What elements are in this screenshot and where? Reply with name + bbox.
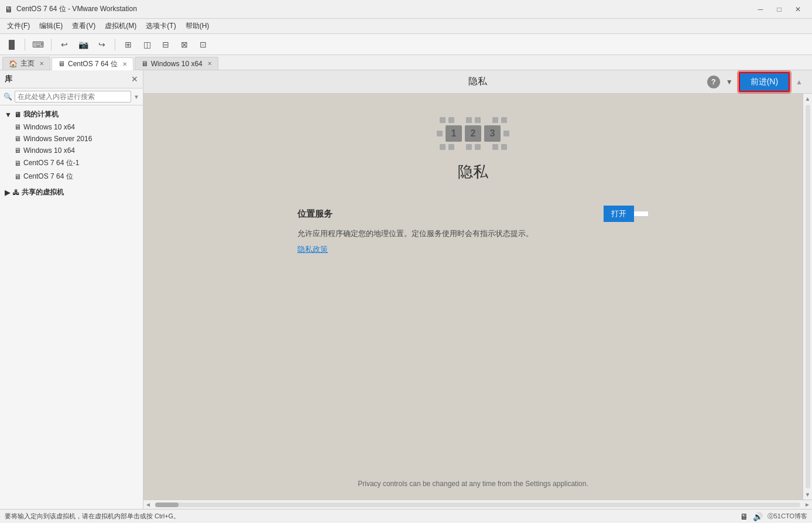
toolbar-send-ctrl-alt-del[interactable]: ⌨ (30, 37, 46, 52)
toolbar-unity[interactable]: ◫ (139, 37, 155, 52)
centos-tab-close[interactable]: ✕ (122, 61, 127, 67)
windows-tab-close[interactable]: ✕ (207, 60, 212, 67)
expand-icon: ▼ (5, 111, 12, 119)
minimize-button[interactable]: ─ (751, 4, 770, 15)
h-scroll-left-arrow[interactable]: ◄ (143, 501, 153, 508)
content-area: 隐私 ? ▼ 前进(N) ▲ (143, 70, 812, 509)
vm-scroll-up-icon[interactable]: ▲ (796, 78, 803, 86)
sidebar-item-label-1: Windows 10 x64 (23, 123, 75, 131)
window-title: CentOS 7 64 位 - VMware Workstation (16, 4, 751, 14)
sidebar-my-computer-header[interactable]: ▼ 🖥 我的计算机 (0, 108, 143, 121)
menu-item-edit[interactable]: 编辑(E) (35, 19, 67, 33)
toolbar-restore[interactable]: ↪ (94, 37, 110, 52)
spacer (484, 144, 489, 150)
tab-home[interactable]: 🏠 主页 ✕ (2, 57, 50, 70)
menu-item-file[interactable]: 文件(F) (2, 19, 35, 33)
scroll-down-arrow[interactable]: ▼ (805, 490, 811, 500)
dot (437, 131, 443, 136)
search-dropdown-icon[interactable]: ▼ (133, 94, 139, 100)
sidebar-item-windows10-2[interactable]: 🖥 Windows 10 x64 (0, 145, 143, 156)
home-tab-close[interactable]: ✕ (39, 60, 44, 67)
spacer (484, 117, 489, 123)
menu-item-view[interactable]: 查看(V) (67, 19, 100, 33)
sidebar-close-icon[interactable]: ✕ (131, 74, 138, 84)
sidebar-item-label-3: Windows 10 x64 (23, 146, 75, 155)
toolbar-revert[interactable]: ↩ (56, 37, 73, 52)
dot (475, 117, 481, 123)
toolbar-view1[interactable]: ⊟ (157, 37, 174, 52)
spacer (457, 117, 463, 123)
privacy-num-1: 1 (446, 125, 462, 142)
privacy-policy-link[interactable]: 隐私政策 (297, 245, 328, 254)
dot (475, 144, 481, 150)
statusbar-message: 要将输入定向到该虚拟机，请在虚拟机内部单击或按 Ctrl+G。 (5, 512, 180, 521)
sidebar-item-centos-2[interactable]: 🖥 CentOS 7 64 位 (0, 170, 143, 183)
tab-windows10[interactable]: 🖥 Windows 10 x64 ✕ (135, 57, 218, 70)
menu-item-tabs[interactable]: 选项卡(T) (141, 19, 180, 33)
location-toggle-on[interactable]: 打开 (604, 206, 634, 222)
sidebar-item-windows10-1[interactable]: 🖥 Windows 10 x64 (0, 121, 143, 133)
statusbar-network-icon: 🖥 (740, 512, 748, 521)
close-button[interactable]: ✕ (789, 4, 807, 15)
shared-vm-label: 共享的虚拟机 (22, 187, 64, 197)
menu-item-vm[interactable]: 虚拟机(M) (100, 19, 141, 33)
my-computer-label: 我的计算机 (23, 110, 59, 119)
privacy-num-3: 3 (484, 125, 501, 142)
window-controls: ─ □ ✕ (751, 4, 807, 15)
sidebar-header: 库 ✕ (0, 70, 143, 88)
location-description: 允许应用程序确定您的地理位置。定位服务使用时会有指示状态提示。 (297, 228, 649, 240)
sidebar-title: 库 (5, 74, 12, 84)
sidebar-shared-vm-header[interactable]: ▶ 🖧 共享的虚拟机 (0, 186, 143, 199)
scroll-up-arrow[interactable]: ▲ (805, 94, 811, 104)
vm-header: 隐私 ? ▼ 前进(N) ▲ (143, 70, 812, 94)
tab-centos[interactable]: 🖥 CentOS 7 64 位 ✕ (52, 57, 133, 70)
home-tab-label: 主页 (20, 59, 35, 69)
windows-tab-label: Windows 10 x64 (151, 60, 203, 68)
sidebar-item-winserver2016[interactable]: 🖥 Windows Server 2016 (0, 133, 143, 145)
dot (501, 117, 507, 123)
horizontal-scrollbar[interactable]: ◄ ► (143, 500, 812, 509)
privacy-icon-row3 (440, 144, 507, 150)
location-toggle: 打开 (604, 206, 649, 222)
app-icon: 🖥 (5, 5, 13, 14)
sidebar-tree: ▼ 🖥 我的计算机 🖥 Windows 10 x64 🖥 Windows Ser… (0, 105, 143, 509)
vm-help-button[interactable]: ? (707, 76, 720, 88)
next-button[interactable]: 前进(N) (739, 72, 790, 92)
sidebar-item-centos-1[interactable]: 🖥 CentOS 7 64 位-1 (0, 156, 143, 170)
sidebar-item-label-5: CentOS 7 64 位 (23, 172, 73, 182)
toolbar-power-button[interactable]: ▐▌ (4, 37, 20, 52)
location-toggle-off[interactable] (634, 211, 649, 217)
statusbar-blog-text: ⓪51CTO博客 (768, 512, 807, 521)
vm-dropdown-arrow-icon[interactable]: ▼ (726, 78, 733, 86)
dot (492, 117, 498, 123)
search-input[interactable] (15, 91, 131, 102)
search-icon: 🔍 (4, 93, 12, 101)
location-section: 位置服务 打开 允许应用程序确定您的地理位置。定位服务使用时会有指示状态提示。 … (297, 206, 649, 255)
toolbar-fit-screen[interactable]: ⊞ (120, 37, 136, 52)
vm-icon-1: 🖥 (14, 123, 21, 131)
toolbar-view2[interactable]: ⊠ (176, 37, 193, 52)
privacy-heading: 隐私 (458, 162, 488, 182)
maximize-button[interactable]: □ (770, 4, 789, 15)
vm-icon-3: 🖥 (14, 146, 21, 155)
toolbar-snapshot[interactable]: 📷 (75, 37, 91, 52)
dot (440, 144, 446, 150)
toolbar-separator-2 (51, 39, 52, 50)
sidebar: 库 ✕ 🔍 ▼ ▼ 🖥 我的计算机 🖥 Windows 10 x64 🖥 Win… (0, 70, 143, 509)
vm-icon-4: 🖥 (14, 159, 21, 168)
vm-icon-2: 🖥 (14, 135, 21, 143)
toolbar-view3[interactable]: ⊡ (195, 37, 211, 52)
vertical-scrollbar[interactable]: ▲ ▼ (803, 94, 812, 500)
h-scroll-right-arrow[interactable]: ► (803, 501, 812, 508)
dot (448, 144, 454, 150)
sidebar-item-label-4: CentOS 7 64 位-1 (23, 158, 79, 168)
dot (492, 144, 498, 150)
dot (440, 117, 446, 123)
shared-icon: 🖧 (12, 189, 19, 197)
menu-item-help[interactable]: 帮助(H) (181, 19, 214, 33)
centos-tab-icon: 🖥 (58, 60, 65, 68)
menubar: 文件(F) 编辑(E) 查看(V) 虚拟机(M) 选项卡(T) 帮助(H) (0, 19, 812, 34)
privacy-icon-row1 (440, 117, 507, 123)
statusbar: 要将输入定向到该虚拟机，请在虚拟机内部单击或按 Ctrl+G。 🖥 🔊 ⓪51C… (0, 509, 812, 523)
content-with-scroll: 1 2 3 (143, 94, 812, 500)
